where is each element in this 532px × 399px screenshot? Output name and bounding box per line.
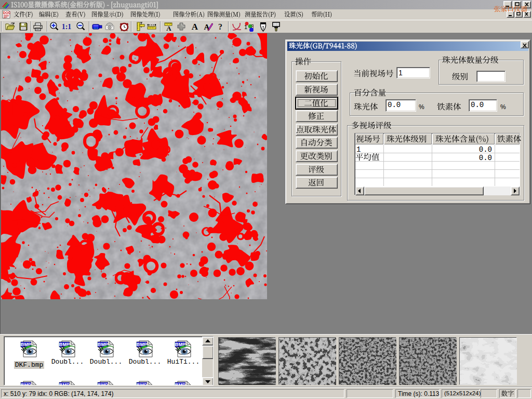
svg-text:BMP: BMP — [175, 382, 186, 385]
svg-text:1: 1 — [244, 24, 247, 30]
svg-text:BMP: BMP — [98, 382, 109, 385]
svg-text:A: A — [166, 24, 171, 32]
svg-text:A: A — [192, 22, 198, 32]
svg-text:DOC: DOC — [3, 11, 10, 15]
svg-text:BMP: BMP — [59, 382, 70, 385]
svg-text:BMP: BMP — [21, 382, 32, 385]
svg-text:1:1: 1:1 — [62, 23, 72, 31]
svg-text:?: ? — [218, 22, 222, 31]
svg-text:BMP: BMP — [137, 382, 148, 385]
